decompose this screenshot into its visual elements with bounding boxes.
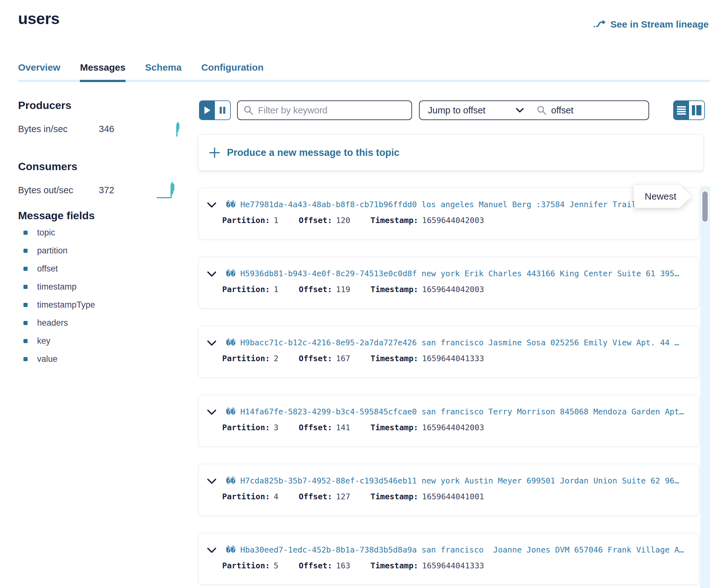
field-label: timestampType	[37, 300, 95, 310]
partition-value: 1	[274, 216, 279, 225]
jump-dropdown-toggle[interactable]	[509, 101, 530, 120]
message-fields-heading: Message fields	[18, 209, 181, 222]
expand-chevron-icon[interactable]	[207, 272, 216, 277]
field-label: headers	[37, 318, 68, 328]
message-row[interactable]: �� H9bacc71c-b12c-4216-8e95-2a7da727e426…	[198, 326, 699, 378]
tab[interactable]: Overview	[18, 62, 60, 80]
tab-label: Schema	[145, 62, 182, 72]
offset-label: Offset:	[299, 285, 332, 294]
message-row[interactable]: �� Hba30eed7-1edc-452b-8b1a-738d3b5d8a9a…	[198, 533, 699, 585]
bytes-in-sparkline	[169, 121, 181, 137]
message-row[interactable]: �� H14fa67fe-5823-4299-b3c4-595845cfcae0…	[198, 395, 699, 447]
message-field-item: value	[23, 350, 181, 368]
bytes-in-label: Bytes in/sec	[18, 124, 99, 134]
field-label: topic	[37, 228, 55, 238]
offset-label: Offset:	[299, 354, 332, 363]
offset-label: Offset:	[299, 423, 332, 432]
message-key-value: �� H9bacc71c-b12c-4216-8e95-2a7da727e426…	[226, 338, 690, 347]
message-meta: Partition:4 Offset:127 Timestamp:1659644…	[222, 492, 504, 501]
message-row[interactable]: �� H7cda825b-35b7-4952-88ef-c193d546eb11…	[198, 464, 699, 516]
message-meta: Partition:5 Offset:163 Timestamp:1659644…	[222, 561, 504, 570]
field-bullet-icon	[23, 285, 27, 289]
message-key-value: �� Hba30eed7-1edc-452b-8b1a-738d3b5d8a9a…	[226, 545, 690, 554]
offset-value: 141	[336, 423, 350, 432]
message-meta: Partition:1 Offset:120 Timestamp:1659644…	[222, 216, 504, 225]
expand-chevron-icon[interactable]	[207, 340, 216, 346]
timestamp-value: 1659644041333	[422, 354, 484, 363]
bytes-out-value: 372	[99, 185, 156, 195]
see-in-stream-lineage-link[interactable]: See in Stream lineage	[593, 19, 709, 30]
partition-label: Partition:	[222, 285, 270, 294]
message-field-item: timestampType	[23, 296, 181, 314]
tab[interactable]: Schema	[145, 62, 182, 80]
field-bullet-icon	[23, 339, 27, 343]
field-label: timestamp	[37, 282, 77, 292]
partition-value: 2	[274, 354, 279, 363]
offset-label: Offset:	[299, 561, 332, 570]
produce-message-button[interactable]: Produce a new message to this topic	[198, 134, 704, 171]
tab[interactable]: Messages	[80, 62, 125, 82]
jump-to-offset-control: Jump to offset	[419, 101, 649, 120]
timestamp-value: 1659644042003	[422, 423, 484, 432]
offset-value: 167	[336, 354, 350, 363]
tab[interactable]: Configuration	[201, 62, 264, 80]
tab-label: Configuration	[201, 62, 264, 72]
pause-button[interactable]	[215, 101, 230, 120]
timestamp-label: Timestamp:	[371, 354, 418, 363]
scrollbar-track[interactable]	[700, 186, 710, 588]
field-label: offset	[37, 264, 58, 274]
tab-bar: Overview Messages Schema Configuration	[18, 62, 710, 82]
view-mode-toggle	[673, 101, 705, 120]
consumers-metric: Bytes out/sec 372	[18, 181, 181, 199]
partition-label: Partition:	[222, 492, 270, 501]
expand-chevron-icon[interactable]	[207, 410, 216, 415]
message-field-item: topic	[23, 224, 181, 242]
partition-label: Partition:	[222, 354, 270, 363]
field-bullet-icon	[23, 231, 27, 235]
message-field-item: timestamp	[23, 278, 181, 296]
columns-view-icon	[692, 105, 701, 115]
scrollbar-thumb[interactable]	[701, 190, 709, 223]
partition-label: Partition:	[222, 423, 270, 432]
expand-chevron-icon[interactable]	[207, 548, 216, 553]
newest-tooltip-label: Newest	[634, 185, 692, 208]
timestamp-label: Timestamp:	[371, 285, 418, 294]
field-label: partition	[37, 246, 67, 256]
message-list: �� He77981da-4a43-48ab-b8f8-cb71b96ffdd0…	[198, 188, 699, 588]
message-meta: Partition:2 Offset:167 Timestamp:1659644…	[222, 354, 504, 363]
message-row[interactable]: �� He77981da-4a43-48ab-b8f8-cb71b96ffdd0…	[198, 188, 699, 239]
pause-icon	[219, 106, 226, 114]
offset-search-input[interactable]	[551, 105, 649, 115]
plus-icon	[209, 147, 220, 158]
play-button[interactable]	[200, 101, 215, 120]
bytes-out-sparkline	[156, 181, 181, 199]
partition-value: 4	[274, 492, 279, 501]
expand-chevron-icon[interactable]	[207, 479, 216, 484]
field-bullet-icon	[23, 303, 27, 307]
offset-value: 120	[336, 216, 350, 225]
columns-view-button[interactable]	[689, 101, 704, 120]
field-bullet-icon	[23, 321, 27, 325]
message-field-item: partition	[23, 242, 181, 260]
timestamp-label: Timestamp:	[371, 216, 418, 225]
field-label: key	[37, 336, 50, 346]
list-view-button[interactable]	[674, 101, 689, 120]
offset-value: 163	[336, 561, 350, 570]
keyword-filter-input[interactable]	[258, 105, 406, 115]
timestamp-value: 1659644041001	[422, 492, 484, 501]
message-field-item: headers	[23, 314, 181, 332]
page-title: users	[18, 9, 60, 28]
chevron-down-icon	[516, 108, 523, 112]
message-row[interactable]: �� H5936db81-b943-4e0f-8c29-74513e0c0d8f…	[198, 257, 699, 309]
field-bullet-icon	[23, 249, 27, 253]
list-view-icon	[677, 105, 686, 115]
jump-to-offset-select[interactable]: Jump to offset	[420, 101, 509, 120]
partition-label: Partition:	[222, 561, 270, 570]
keyword-filter	[237, 101, 412, 120]
expand-chevron-icon[interactable]	[207, 203, 216, 208]
field-label: value	[37, 354, 58, 364]
timestamp-label: Timestamp:	[371, 561, 418, 570]
offset-label: Offset:	[299, 216, 332, 225]
message-meta: Partition:3 Offset:141 Timestamp:1659644…	[222, 423, 504, 432]
see-in-stream-lineage-label: See in Stream lineage	[611, 19, 709, 30]
